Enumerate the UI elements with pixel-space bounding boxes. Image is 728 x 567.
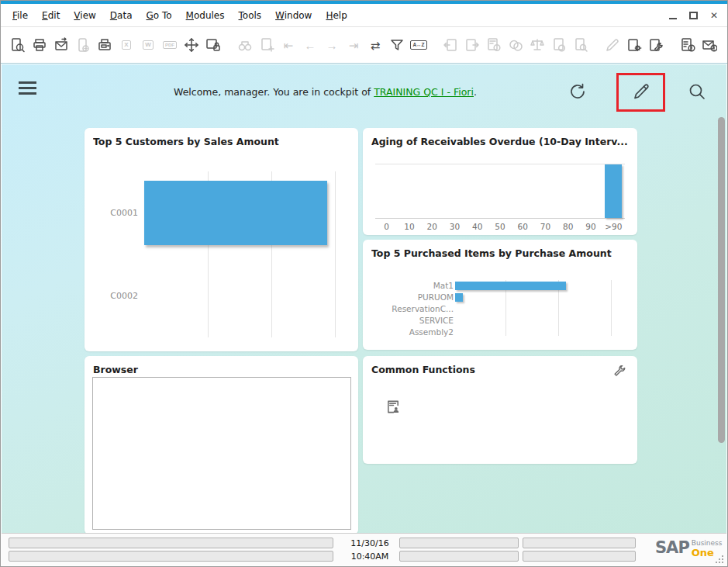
chart-row: C0002	[144, 254, 335, 337]
resize-grip[interactable]	[714, 554, 724, 564]
refresh-record-icon[interactable]: ⇄	[364, 33, 386, 57]
export-excel-icon[interactable]: X	[116, 33, 137, 57]
tick-label: >90	[602, 222, 625, 231]
customization-tools-icon[interactable]	[645, 33, 667, 57]
bar-over-90	[605, 164, 622, 218]
chart-row: C0001	[144, 171, 335, 254]
chart-row: SERVICE	[371, 314, 611, 326]
close-button[interactable]: ✕	[710, 11, 718, 20]
last-record-icon[interactable]: ⇥	[343, 33, 364, 57]
edit-icon[interactable]	[602, 33, 623, 57]
first-record-icon[interactable]: ⇤	[278, 33, 299, 57]
aging-column	[512, 164, 534, 218]
widget-title: Top 5 Purchased Items by Purchase Amount	[371, 247, 629, 259]
aging-column	[557, 164, 579, 218]
category-label: C0001	[91, 208, 138, 218]
category-label: ReservationC...	[371, 304, 454, 313]
business-partner-icon[interactable]	[386, 399, 401, 414]
browser-content-area	[92, 377, 351, 530]
widget-title: Aging of Receivables Overdue (10-Day Int…	[371, 136, 629, 147]
tick-label: 40	[466, 222, 488, 231]
payment-means-icon[interactable]	[483, 33, 505, 57]
welcome-message: Welcome, manager. You are in cockpit of …	[95, 86, 556, 98]
widget-top5-purchased[interactable]: Top 5 Purchased Items by Purchase Amount…	[363, 240, 637, 350]
price-search-icon[interactable]	[570, 33, 592, 57]
menu-item-help[interactable]: Help	[319, 7, 354, 24]
gridline	[335, 171, 336, 337]
fax-icon[interactable]	[94, 33, 116, 57]
lock-screen-icon[interactable]	[202, 33, 224, 57]
export-word-icon[interactable]: W	[137, 33, 159, 57]
sort-icon[interactable]: A↔Z	[408, 33, 430, 57]
aging-column	[488, 164, 511, 218]
filter-icon[interactable]	[386, 33, 408, 57]
base-document-icon[interactable]	[440, 33, 461, 57]
menu-item-view[interactable]: View	[67, 7, 102, 24]
document-currency-icon[interactable]	[548, 33, 570, 57]
widget-title: Common Functions	[371, 364, 629, 375]
widget-top5-customers[interactable]: Top 5 Customers by Sales Amount C0001 C0…	[85, 128, 358, 351]
tick-label: 0	[375, 222, 398, 231]
refresh-cockpit-icon[interactable]	[568, 81, 588, 102]
send-email-icon[interactable]	[50, 33, 72, 57]
category-label: PURUOM	[371, 292, 454, 302]
menu-item-data[interactable]: Data	[103, 7, 140, 24]
search-icon[interactable]	[687, 81, 707, 102]
checklist-alert-icon[interactable]	[677, 33, 699, 57]
aging-column	[466, 164, 488, 218]
cockpit-area: Welcome, manager. You are in cockpit of …	[2, 64, 726, 533]
find-records-icon[interactable]	[234, 33, 256, 57]
gridline	[611, 280, 612, 336]
target-document-icon[interactable]	[461, 33, 483, 57]
aging-axis-labels: 0 10 20 30 40 50 60 70 80 90 >90	[375, 222, 625, 231]
maximize-button[interactable]	[689, 12, 698, 19]
menu-item-edit[interactable]: Edit	[35, 7, 67, 24]
status-date: 11/30/16	[345, 538, 395, 548]
tick-label: 70	[534, 222, 557, 231]
tick-label: 10	[398, 222, 420, 231]
gross-profit-icon[interactable]	[526, 33, 548, 57]
menu-item-file[interactable]: File	[5, 7, 35, 24]
export-pdf-icon[interactable]: PDF	[159, 33, 181, 57]
coins-icon[interactable]	[505, 33, 526, 57]
previous-record-icon[interactable]: ←	[299, 33, 321, 57]
aging-column	[602, 164, 625, 218]
welcome-prefix: Welcome, manager. You are in cockpit of	[174, 86, 374, 98]
bar-c0001	[144, 181, 327, 244]
minimize-button[interactable]	[669, 12, 677, 19]
category-label: SERVICE	[371, 316, 454, 325]
hamburger-menu-icon[interactable]	[19, 81, 36, 98]
vertical-scrollbar[interactable]	[718, 117, 725, 443]
find-icon[interactable]	[7, 33, 29, 57]
widget-settings-wrench-icon[interactable]	[612, 365, 626, 379]
cockpit-link[interactable]: TRAINING QC I - Fiori	[374, 86, 474, 98]
app-window: File Edit View Data Go To Modules Tools …	[0, 0, 728, 567]
chart-row: ReservationC...	[371, 303, 611, 315]
menu-item-tools[interactable]: Tools	[232, 7, 269, 24]
send-sms-icon[interactable]	[72, 33, 94, 57]
menu-item-window[interactable]: Window	[268, 7, 319, 24]
print-icon[interactable]	[29, 33, 50, 57]
move-icon[interactable]	[181, 33, 202, 57]
widget-title: Browser	[93, 364, 350, 375]
widget-common-functions[interactable]: Common Functions	[363, 356, 637, 464]
tick-label: 60	[512, 222, 534, 231]
add-record-icon[interactable]	[256, 33, 278, 57]
aging-column	[398, 164, 420, 218]
chart-row: PURUOM	[371, 292, 611, 303]
widget-aging-receivables[interactable]: Aging of Receivables Overdue (10-Day Int…	[363, 128, 637, 235]
widget-browser[interactable]: Browser	[85, 356, 358, 534]
purchased-chart-plot: Mat1 PURUOM ReservationC... SERVICE Asse…	[371, 280, 611, 337]
category-label: Mat1	[371, 281, 454, 290]
next-record-icon[interactable]: →	[321, 33, 343, 57]
message-alert-icon[interactable]	[699, 33, 720, 57]
menu-item-goto[interactable]: Go To	[140, 7, 179, 24]
status-field	[399, 551, 519, 562]
status-message-field	[9, 551, 333, 562]
widget-title: Top 5 Customers by Sales Amount	[93, 136, 350, 147]
form-settings-icon[interactable]	[623, 33, 645, 57]
bar-mat1	[455, 282, 566, 290]
category-label: Assembly2	[371, 327, 454, 337]
status-bar: 11/30/16 10:40AM SAP Business One	[2, 533, 726, 565]
menu-item-modules[interactable]: Modules	[179, 7, 232, 24]
